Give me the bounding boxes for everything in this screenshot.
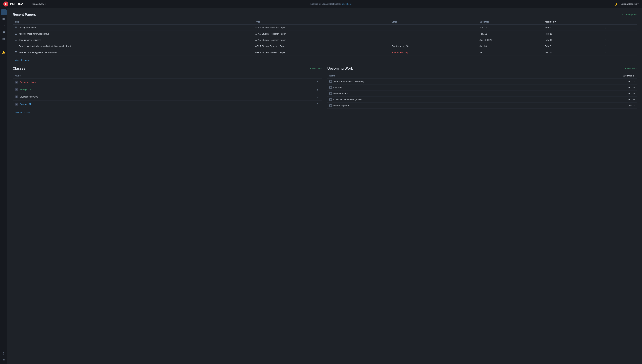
- work-name-cell: Read Chapter 5: [327, 102, 546, 108]
- recent-papers-header: Recent Papers + Create paper: [13, 13, 637, 16]
- document-icon: ☰: [15, 51, 17, 54]
- paper-more-button[interactable]: ⋮: [603, 38, 608, 42]
- table-row[interactable]: ☰ Sasquatch vs. unicorns APA 7 Student R…: [13, 37, 637, 43]
- paper-actions-cell: ⋮: [601, 24, 637, 31]
- paper-modified: Feb. 22: [543, 24, 601, 31]
- work-due-date: Feb. 2: [546, 102, 637, 108]
- papers-col-title: Title: [13, 19, 253, 24]
- paper-more-button[interactable]: ⋮: [603, 50, 608, 54]
- work-name: Read Chapter 5: [333, 104, 349, 107]
- class-actions-cell: ⋮: [246, 100, 322, 108]
- work-due-date: Jan. 19: [546, 90, 637, 96]
- main-layout: ⌂ ▦ ↗ ☰ ▤ ≡ 🔔 ? ✉ Recent Papers + Create…: [0, 8, 642, 364]
- paper-actions-cell: ⋮: [601, 43, 637, 49]
- paper-due-date: Jul. 10, 2020: [478, 37, 543, 43]
- work-col-name: Name: [327, 73, 546, 78]
- class-name: American History: [20, 81, 36, 83]
- legacy-link[interactable]: Click here: [342, 3, 352, 5]
- create-new-button[interactable]: + Create New ▾: [28, 2, 48, 6]
- list-item[interactable]: ▦ Biology 102 ⋮: [13, 86, 322, 93]
- new-class-link[interactable]: + New Class: [310, 67, 322, 70]
- list-item: Read Chapter 5 Feb. 2: [327, 102, 637, 108]
- svg-point-2: [6, 4, 6, 4]
- new-work-link[interactable]: + New Work: [625, 67, 637, 70]
- class-more-button[interactable]: ⋮: [315, 95, 320, 99]
- sidebar-item-analytics[interactable]: ↗: [1, 23, 7, 29]
- create-paper-link[interactable]: + Create paper: [622, 13, 637, 16]
- list-item[interactable]: ▦ Cryptozoology 101 ⋮: [13, 93, 322, 100]
- sidebar-item-list[interactable]: ≡: [1, 43, 7, 49]
- topnav-right: ⚡ Serena Sparkles ▾: [614, 2, 639, 6]
- app-logo-text: PERRLA: [10, 2, 24, 6]
- paper-actions-cell: ⋮: [601, 37, 637, 43]
- recent-papers-title: Recent Papers: [13, 13, 36, 16]
- papers-col-actions: [601, 19, 637, 24]
- legacy-message: Looking for Legacy Dashboard? Click here: [48, 3, 614, 5]
- papers-col-modified[interactable]: Modified ▾: [543, 19, 601, 24]
- papers-col-due-date: Due Date: [478, 19, 543, 24]
- work-checkbox[interactable]: [329, 92, 332, 95]
- paper-title-cell: ☰ Sasquatch Phenotypes of the Northwest: [13, 49, 253, 56]
- work-name-cell: Check lab experiment growth: [327, 96, 546, 102]
- paper-title: Sasquatch Phenotypes of the Northwest: [19, 51, 57, 54]
- paper-class: American History: [389, 49, 478, 56]
- list-item: Call mom Jan. 15: [327, 84, 637, 90]
- list-item[interactable]: ▦ English 101 ⋮: [13, 100, 322, 108]
- bolt-icon: ⚡: [614, 2, 618, 6]
- work-col-due-date[interactable]: Due Date ▲: [546, 73, 637, 78]
- paper-due-date: Jan. 28: [478, 43, 543, 49]
- document-icon: ☰: [15, 26, 17, 29]
- class-more-button[interactable]: ⋮: [315, 80, 320, 84]
- paper-due-date: Feb. 10: [478, 24, 543, 31]
- classes-title: Classes: [13, 66, 26, 70]
- paper-actions-cell: ⋮: [601, 31, 637, 37]
- class-image-icon: ▦: [15, 103, 18, 106]
- work-checkbox[interactable]: [329, 80, 332, 83]
- class-name: Biology 102: [20, 88, 31, 91]
- sidebar-item-documents[interactable]: ☰: [1, 30, 7, 36]
- table-row[interactable]: ☰ Testing Auto-save APA 7 Student Resear…: [13, 24, 637, 31]
- table-row[interactable]: ☰ Keeping Open for Multiple Days APA 7 S…: [13, 31, 637, 37]
- plus-icon: +: [29, 2, 31, 6]
- paper-more-button[interactable]: ⋮: [603, 26, 608, 30]
- document-icon: ☰: [15, 32, 17, 35]
- work-checkbox[interactable]: [329, 104, 332, 107]
- list-item[interactable]: ▦ American History ⋮: [13, 78, 322, 86]
- paper-type: APA 7 Student Research Paper: [253, 49, 389, 56]
- class-image-icon: ▦: [15, 81, 18, 84]
- paper-type: APA 7 Student Research Paper: [253, 43, 389, 49]
- class-more-button[interactable]: ⋮: [315, 88, 320, 91]
- view-all-classes-link[interactable]: View all classes: [13, 110, 32, 115]
- classes-header: Classes + New Class: [13, 66, 322, 70]
- class-name: English 101: [20, 103, 31, 105]
- paper-more-button[interactable]: ⋮: [603, 32, 608, 36]
- sidebar-item-home[interactable]: ⌂: [1, 9, 7, 15]
- class-actions-cell: ⋮: [246, 86, 322, 93]
- table-row[interactable]: ☰ Sasquatch Phenotypes of the Northwest …: [13, 49, 637, 56]
- view-all-papers-link[interactable]: View all papers: [13, 58, 32, 62]
- paper-more-button[interactable]: ⋮: [603, 44, 608, 48]
- work-name-cell: Send Sarah notes from Monday: [327, 78, 546, 84]
- document-icon: ☰: [15, 45, 17, 48]
- paper-title: Genetic similarities between Bigfoot, Sa…: [19, 45, 71, 48]
- user-name-button[interactable]: Serena Sparkles ▾: [621, 3, 639, 5]
- upcoming-work-title: Upcoming Work: [327, 66, 353, 70]
- table-row[interactable]: ☰ Genetic similarities between Bigfoot, …: [13, 43, 637, 49]
- paper-due-date: Feb. 11: [478, 31, 543, 37]
- paper-class: [389, 37, 478, 43]
- paper-due-date: Jan. 31: [478, 49, 543, 56]
- sidebar-item-reports[interactable]: ▤: [1, 36, 7, 42]
- work-checkbox[interactable]: [329, 86, 332, 89]
- sidebar-item-grid[interactable]: ▦: [1, 16, 7, 22]
- sidebar-item-messages[interactable]: ✉: [1, 357, 7, 363]
- work-checkbox[interactable]: [329, 98, 332, 101]
- paper-title: Testing Auto-save: [19, 26, 36, 29]
- upcoming-work-section: Upcoming Work + New Work Name Due Date ▲: [327, 66, 637, 115]
- class-actions-cell: ⋮: [246, 93, 322, 100]
- paper-title-cell: ☰ Sasquatch vs. unicorns: [13, 37, 253, 43]
- work-due-date: Jan. 15: [546, 84, 637, 90]
- class-more-button[interactable]: ⋮: [315, 102, 320, 106]
- sidebar-item-notifications[interactable]: 🔔: [1, 50, 7, 56]
- paper-class: [389, 24, 478, 31]
- sidebar-item-help[interactable]: ?: [1, 351, 7, 357]
